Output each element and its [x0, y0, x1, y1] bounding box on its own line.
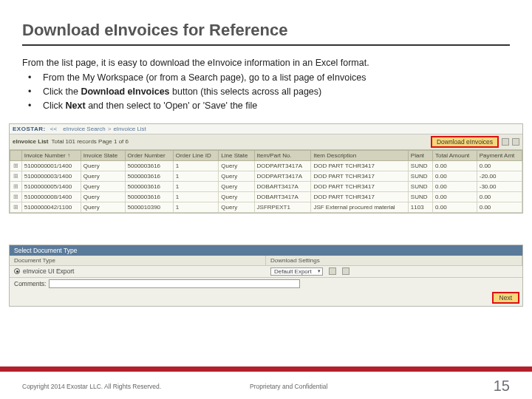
table-row[interactable]: ⊞5100000008/1400Query50000036161QueryDOB… — [10, 191, 522, 202]
table-cell: -20.00 — [477, 171, 522, 181]
table-cell: Query — [81, 171, 125, 181]
table-cell: Query — [219, 202, 254, 212]
dialog-header: Select Document Type — [10, 245, 522, 256]
table-cell: Query — [219, 160, 254, 171]
copyright-text: Copyright 2014 Exostar LLC. All Rights R… — [22, 383, 161, 390]
table-cell: 0.00 — [433, 202, 477, 212]
table-cell: DODPART3417A — [254, 160, 311, 171]
table-cell: DOBART3417A — [254, 181, 311, 191]
table-cell: 5000003616 — [125, 181, 173, 191]
comments-input[interactable] — [49, 279, 300, 288]
table-header[interactable]: Item Description — [311, 150, 408, 160]
table-cell: SUND — [408, 191, 432, 202]
table-cell: 1 — [173, 160, 219, 171]
bullet-3: Click Next and then select to 'Open' or … — [43, 99, 510, 112]
table-cell: DODPART3417A — [254, 171, 311, 181]
table-cell: Query — [81, 160, 125, 171]
einvoice-list-screenshot: EXOSTAR: << eInvoice Search > eInvoice L… — [9, 123, 523, 214]
table-header[interactable]: Order Number — [125, 150, 173, 160]
table-header[interactable]: Plant — [408, 150, 432, 160]
table-cell: 5000003616 — [125, 191, 173, 202]
table-header[interactable]: Total Amount — [433, 150, 477, 160]
table-cell: ⊞ — [10, 202, 22, 212]
table-cell: DOD PART TCHR3417 — [311, 191, 408, 202]
table-header[interactable]: Payment Amt — [477, 150, 522, 160]
table-header[interactable]: Invoice Number ↑ — [21, 150, 81, 160]
table-cell: 0.00 — [433, 160, 477, 171]
download-settings-select[interactable]: Default Export — [270, 267, 323, 276]
download-einvoices-button[interactable]: Download eInvoices — [431, 136, 499, 148]
table-cell: Query — [219, 171, 254, 181]
table-cell: DOD PART TCHR3417 — [311, 171, 408, 181]
bullet-2: Click the Download eInvoices button (thi… — [43, 85, 510, 98]
einvoice-table: Invoice Number ↑Invoice StateOrder Numbe… — [10, 150, 522, 213]
table-cell: 5100000008/1400 — [21, 191, 81, 202]
table-cell: 0.00 — [477, 202, 522, 212]
slide-footer: Copyright 2014 Exostar LLC. All Rights R… — [0, 366, 532, 399]
col-download-settings: Download Settings — [266, 256, 522, 265]
table-cell: SUND — [408, 171, 432, 181]
table-header[interactable]: Item/Part No. — [254, 150, 311, 160]
print-icon[interactable] — [512, 138, 519, 146]
doc-type-radio[interactable] — [14, 268, 20, 274]
table-header[interactable]: Line State — [219, 150, 254, 160]
table-cell: Query — [219, 181, 254, 191]
table-cell: DOD PART TCHR3417 — [311, 160, 408, 171]
table-cell: 1 — [173, 191, 219, 202]
table-cell: 1 — [173, 202, 219, 212]
bullet-1: From the My Workspace (or from a Search … — [43, 71, 510, 84]
table-cell: 0.00 — [477, 191, 522, 202]
table-cell: -30.00 — [477, 181, 522, 191]
table-cell: 0.00 — [433, 171, 477, 181]
table-cell: 0.00 — [477, 160, 522, 171]
breadcrumb-sep: > — [108, 126, 112, 132]
settings-star-icon[interactable] — [329, 267, 336, 275]
export-icon[interactable] — [502, 138, 509, 146]
table-cell: 0.00 — [433, 191, 477, 202]
select-document-type-screenshot: Select Document Type Document Type Downl… — [9, 245, 523, 307]
table-cell: ⊞ — [10, 171, 22, 181]
table-row[interactable]: ⊞5100000003/1400Query50000036161QueryDOD… — [10, 171, 522, 181]
table-cell: 1 — [173, 181, 219, 191]
breadcrumb-back[interactable]: << — [50, 126, 57, 132]
table-header[interactable]: Invoice State — [81, 150, 125, 160]
intro-text: From the list page, it is easy to downlo… — [22, 56, 510, 69]
next-button[interactable]: Next — [492, 292, 519, 304]
table-cell: 5000003616 — [125, 171, 173, 181]
table-cell: SUND — [408, 160, 432, 171]
breadcrumb-search[interactable]: eInvoice Search — [63, 126, 105, 132]
confidential-text: Proprietary and Confidential — [250, 383, 327, 390]
breadcrumb-list: eInvoice List — [113, 126, 146, 132]
table-cell: SUND — [408, 181, 432, 191]
table-cell: ⊞ — [10, 160, 22, 171]
table-cell: 5100000003/1400 — [21, 171, 81, 181]
exostar-logo: EXOSTAR: — [13, 126, 46, 132]
table-cell: 5100000042/1100 — [21, 202, 81, 212]
footer-accent-bar — [0, 366, 532, 372]
settings-save-icon[interactable] — [342, 267, 349, 275]
table-cell: 5100000005/1400 — [21, 181, 81, 191]
table-cell: ⊞ — [10, 181, 22, 191]
table-cell: JSFRPEXT1 — [254, 202, 311, 212]
page-title: Download eInvoices for Reference — [22, 21, 510, 46]
table-cell: DOBART3417A — [254, 191, 311, 202]
comments-label: Comments: — [14, 280, 46, 287]
table-cell: Query — [81, 181, 125, 191]
table-cell: 0.00 — [433, 181, 477, 191]
table-cell: JSF External procured material — [311, 202, 408, 212]
table-header[interactable] — [10, 150, 22, 160]
table-cell: Query — [219, 191, 254, 202]
table-cell: DOD PART TCHR3417 — [311, 181, 408, 191]
table-row[interactable]: ⊞5100000042/1100Query50000103901QueryJSF… — [10, 202, 522, 212]
col-document-type: Document Type — [10, 256, 266, 265]
table-cell: 5000010390 — [125, 202, 173, 212]
table-cell: ⊞ — [10, 191, 22, 202]
body-text: From the list page, it is easy to downlo… — [22, 56, 510, 113]
table-row[interactable]: ⊞5100000001/1400Query50000036161QueryDOD… — [10, 160, 522, 171]
table-cell: 5100000001/1400 — [21, 160, 81, 171]
table-header[interactable]: Order Line ID — [173, 150, 219, 160]
table-cell: 1103 — [408, 202, 432, 212]
table-cell: Query — [81, 202, 125, 212]
table-cell: 1 — [173, 171, 219, 181]
table-row[interactable]: ⊞5100000005/1400Query50000036161QueryDOB… — [10, 181, 522, 191]
